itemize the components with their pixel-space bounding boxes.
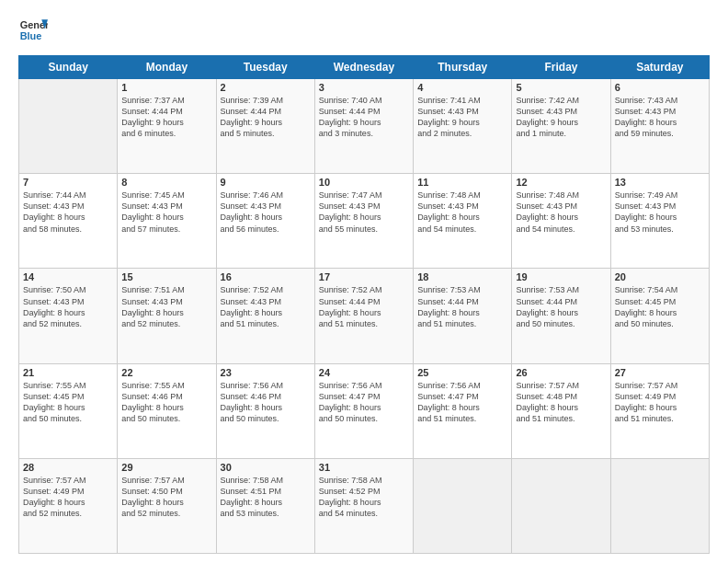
cell-details: Sunrise: 7:42 AM Sunset: 4:43 PM Dayligh… xyxy=(516,95,606,140)
cell-details: Sunrise: 7:55 AM Sunset: 4:46 PM Dayligh… xyxy=(121,380,211,425)
day-number: 14 xyxy=(23,271,113,282)
calendar-cell xyxy=(512,458,610,553)
calendar-cell: 1Sunrise: 7:37 AM Sunset: 4:44 PM Daylig… xyxy=(118,79,216,174)
day-number: 12 xyxy=(516,177,606,188)
cell-details: Sunrise: 7:52 AM Sunset: 4:44 PM Dayligh… xyxy=(319,284,409,329)
day-number: 7 xyxy=(23,177,113,188)
cell-details: Sunrise: 7:54 AM Sunset: 4:45 PM Dayligh… xyxy=(615,284,705,329)
calendar-cell: 27Sunrise: 7:57 AM Sunset: 4:49 PM Dayli… xyxy=(610,363,709,458)
weekday-header-sunday: Sunday xyxy=(19,56,118,79)
calendar-cell xyxy=(19,79,118,174)
cell-details: Sunrise: 7:56 AM Sunset: 4:47 PM Dayligh… xyxy=(417,380,507,425)
calendar-cell: 24Sunrise: 7:56 AM Sunset: 4:47 PM Dayli… xyxy=(314,363,413,458)
day-number: 20 xyxy=(615,271,705,282)
cell-details: Sunrise: 7:51 AM Sunset: 4:43 PM Dayligh… xyxy=(121,284,211,329)
calendar-cell: 13Sunrise: 7:49 AM Sunset: 4:43 PM Dayli… xyxy=(610,174,709,269)
day-number: 21 xyxy=(23,367,113,378)
cell-details: Sunrise: 7:47 AM Sunset: 4:43 PM Dayligh… xyxy=(319,190,409,235)
calendar-week-5: 28Sunrise: 7:57 AM Sunset: 4:49 PM Dayli… xyxy=(19,458,710,553)
cell-details: Sunrise: 7:39 AM Sunset: 4:44 PM Dayligh… xyxy=(221,95,311,140)
weekday-header-row: SundayMondayTuesdayWednesdayThursdayFrid… xyxy=(19,56,710,79)
day-number: 15 xyxy=(121,271,211,282)
cell-details: Sunrise: 7:43 AM Sunset: 4:43 PM Dayligh… xyxy=(615,95,705,140)
weekday-header-tuesday: Tuesday xyxy=(216,56,314,79)
calendar-cell: 22Sunrise: 7:55 AM Sunset: 4:46 PM Dayli… xyxy=(118,363,216,458)
calendar-week-1: 1Sunrise: 7:37 AM Sunset: 4:44 PM Daylig… xyxy=(19,79,710,174)
weekday-header-monday: Monday xyxy=(118,56,216,79)
cell-details: Sunrise: 7:56 AM Sunset: 4:46 PM Dayligh… xyxy=(221,380,311,425)
day-number: 13 xyxy=(615,177,705,188)
cell-details: Sunrise: 7:55 AM Sunset: 4:45 PM Dayligh… xyxy=(23,380,113,425)
day-number: 9 xyxy=(221,177,311,188)
calendar-cell: 7Sunrise: 7:44 AM Sunset: 4:43 PM Daylig… xyxy=(19,174,118,269)
header: GeneralBlue xyxy=(18,17,710,46)
day-number: 26 xyxy=(516,367,606,378)
day-number: 25 xyxy=(417,367,507,378)
cell-details: Sunrise: 7:48 AM Sunset: 4:43 PM Dayligh… xyxy=(516,190,606,235)
calendar-cell: 17Sunrise: 7:52 AM Sunset: 4:44 PM Dayli… xyxy=(314,269,413,363)
calendar-cell: 28Sunrise: 7:57 AM Sunset: 4:49 PM Dayli… xyxy=(19,458,118,553)
calendar-cell: 14Sunrise: 7:50 AM Sunset: 4:43 PM Dayli… xyxy=(19,269,118,363)
day-number: 22 xyxy=(121,367,211,378)
day-number: 28 xyxy=(23,462,113,473)
day-number: 4 xyxy=(417,82,507,93)
cell-details: Sunrise: 7:52 AM Sunset: 4:43 PM Dayligh… xyxy=(221,284,311,329)
calendar-cell: 2Sunrise: 7:39 AM Sunset: 4:44 PM Daylig… xyxy=(216,79,314,174)
logo: GeneralBlue xyxy=(18,17,48,46)
calendar-cell: 11Sunrise: 7:48 AM Sunset: 4:43 PM Dayli… xyxy=(414,174,512,269)
calendar-cell: 21Sunrise: 7:55 AM Sunset: 4:45 PM Dayli… xyxy=(19,363,118,458)
calendar-cell: 10Sunrise: 7:47 AM Sunset: 4:43 PM Dayli… xyxy=(314,174,413,269)
cell-details: Sunrise: 7:56 AM Sunset: 4:47 PM Dayligh… xyxy=(319,380,409,425)
day-number: 16 xyxy=(221,271,311,282)
cell-details: Sunrise: 7:58 AM Sunset: 4:52 PM Dayligh… xyxy=(319,475,409,520)
day-number: 31 xyxy=(319,462,409,473)
calendar-cell: 4Sunrise: 7:41 AM Sunset: 4:43 PM Daylig… xyxy=(414,79,512,174)
cell-details: Sunrise: 7:48 AM Sunset: 4:43 PM Dayligh… xyxy=(417,190,507,235)
day-number: 3 xyxy=(319,82,409,93)
calendar-week-3: 14Sunrise: 7:50 AM Sunset: 4:43 PM Dayli… xyxy=(19,269,710,363)
calendar-cell: 6Sunrise: 7:43 AM Sunset: 4:43 PM Daylig… xyxy=(610,79,709,174)
day-number: 30 xyxy=(221,462,311,473)
calendar-cell: 9Sunrise: 7:46 AM Sunset: 4:43 PM Daylig… xyxy=(216,174,314,269)
calendar-cell: 18Sunrise: 7:53 AM Sunset: 4:44 PM Dayli… xyxy=(414,269,512,363)
calendar-table: SundayMondayTuesdayWednesdayThursdayFrid… xyxy=(18,55,710,554)
calendar-week-4: 21Sunrise: 7:55 AM Sunset: 4:45 PM Dayli… xyxy=(19,363,710,458)
cell-details: Sunrise: 7:57 AM Sunset: 4:49 PM Dayligh… xyxy=(615,380,705,425)
day-number: 6 xyxy=(615,82,705,93)
calendar-cell: 3Sunrise: 7:40 AM Sunset: 4:44 PM Daylig… xyxy=(314,79,413,174)
calendar-cell xyxy=(414,458,512,553)
calendar-cell: 23Sunrise: 7:56 AM Sunset: 4:46 PM Dayli… xyxy=(216,363,314,458)
calendar-cell: 26Sunrise: 7:57 AM Sunset: 4:48 PM Dayli… xyxy=(512,363,610,458)
day-number: 17 xyxy=(319,271,409,282)
cell-details: Sunrise: 7:58 AM Sunset: 4:51 PM Dayligh… xyxy=(221,475,311,520)
day-number: 27 xyxy=(615,367,705,378)
day-number: 18 xyxy=(417,271,507,282)
cell-details: Sunrise: 7:53 AM Sunset: 4:44 PM Dayligh… xyxy=(417,284,507,329)
calendar-week-2: 7Sunrise: 7:44 AM Sunset: 4:43 PM Daylig… xyxy=(19,174,710,269)
day-number: 11 xyxy=(417,177,507,188)
cell-details: Sunrise: 7:41 AM Sunset: 4:43 PM Dayligh… xyxy=(417,95,507,140)
cell-details: Sunrise: 7:50 AM Sunset: 4:43 PM Dayligh… xyxy=(23,284,113,329)
weekday-header-thursday: Thursday xyxy=(414,56,512,79)
day-number: 29 xyxy=(121,462,211,473)
cell-details: Sunrise: 7:45 AM Sunset: 4:43 PM Dayligh… xyxy=(121,190,211,235)
weekday-header-wednesday: Wednesday xyxy=(314,56,413,79)
day-number: 5 xyxy=(516,82,606,93)
day-number: 19 xyxy=(516,271,606,282)
calendar-cell: 16Sunrise: 7:52 AM Sunset: 4:43 PM Dayli… xyxy=(216,269,314,363)
logo-icon: GeneralBlue xyxy=(18,17,48,46)
calendar-cell: 30Sunrise: 7:58 AM Sunset: 4:51 PM Dayli… xyxy=(216,458,314,553)
weekday-header-friday: Friday xyxy=(512,56,610,79)
calendar-cell: 19Sunrise: 7:53 AM Sunset: 4:44 PM Dayli… xyxy=(512,269,610,363)
calendar-cell xyxy=(610,458,709,553)
calendar-cell: 12Sunrise: 7:48 AM Sunset: 4:43 PM Dayli… xyxy=(512,174,610,269)
cell-details: Sunrise: 7:57 AM Sunset: 4:48 PM Dayligh… xyxy=(516,380,606,425)
calendar-cell: 25Sunrise: 7:56 AM Sunset: 4:47 PM Dayli… xyxy=(414,363,512,458)
day-number: 8 xyxy=(121,177,211,188)
cell-details: Sunrise: 7:53 AM Sunset: 4:44 PM Dayligh… xyxy=(516,284,606,329)
cell-details: Sunrise: 7:37 AM Sunset: 4:44 PM Dayligh… xyxy=(121,95,211,140)
cell-details: Sunrise: 7:49 AM Sunset: 4:43 PM Dayligh… xyxy=(615,190,705,235)
day-number: 24 xyxy=(319,367,409,378)
cell-details: Sunrise: 7:40 AM Sunset: 4:44 PM Dayligh… xyxy=(319,95,409,140)
cell-details: Sunrise: 7:44 AM Sunset: 4:43 PM Dayligh… xyxy=(23,190,113,235)
